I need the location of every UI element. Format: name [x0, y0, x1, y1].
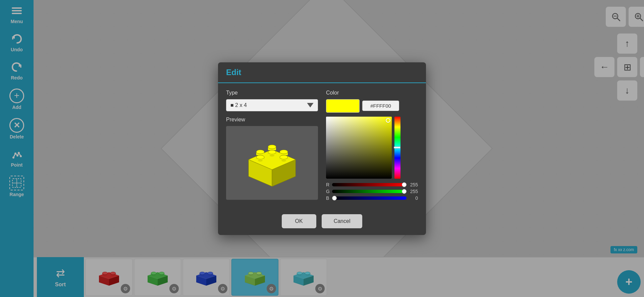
hue-cursor [394, 146, 400, 148]
color-swatch[interactable] [326, 99, 360, 113]
modal-header: Edit [218, 62, 426, 83]
color-preview-row [326, 99, 418, 113]
rgb-g-slider[interactable] [332, 190, 407, 193]
type-section-label: Type [226, 90, 318, 96]
hue-bar-wrapper[interactable] [394, 117, 400, 179]
rgb-g-value: 255 [409, 189, 418, 194]
ok-button[interactable]: OK [282, 214, 316, 228]
modal-left-section: Type ■ 2 x 4 Preview [226, 90, 318, 202]
rgb-b-label: B [326, 195, 330, 201]
color-picker-wrapper [326, 117, 418, 179]
rgb-r-value: 255 [409, 182, 418, 187]
modal-footer: OK Cancel [218, 209, 426, 235]
modal-right-section: Color [326, 90, 418, 202]
rgb-b-value: 0 [409, 195, 418, 201]
modal-title: Edit [226, 68, 241, 77]
color-gradient-picker[interactable] [326, 117, 392, 179]
rgb-sliders: R 255 G 255 B 0 [326, 182, 418, 201]
cancel-button[interactable]: Cancel [322, 214, 363, 228]
brick-3d-preview [238, 129, 306, 196]
dropdown-arrow-icon [307, 103, 314, 108]
modal-overlay: Edit Type ■ 2 x 4 Preview [0, 0, 644, 297]
color-gradient-bg [326, 117, 392, 179]
edit-modal: Edit Type ■ 2 x 4 Preview [218, 62, 426, 235]
brick-preview-area [226, 126, 318, 200]
rgb-r-slider[interactable] [332, 183, 407, 186]
svg-point-34 [280, 155, 288, 159]
svg-point-31 [268, 150, 276, 154]
type-dropdown-value: ■ 2 x 4 [230, 102, 247, 108]
rgb-r-label: R [326, 182, 330, 187]
rgb-b-row: B 0 [326, 195, 418, 201]
modal-body: Type ■ 2 x 4 Preview [218, 83, 426, 209]
type-dropdown[interactable]: ■ 2 x 4 [226, 99, 318, 111]
rgb-b-slider[interactable] [332, 196, 407, 200]
rgb-g-row: G 255 [326, 189, 418, 194]
rgb-g-label: G [326, 189, 330, 194]
color-section-label: Color [326, 90, 418, 96]
svg-point-28 [256, 155, 264, 159]
rgb-r-row: R 255 [326, 182, 418, 187]
svg-point-22 [268, 145, 276, 149]
preview-section-label: Preview [226, 117, 318, 123]
svg-point-25 [280, 150, 288, 154]
color-picker-cursor [386, 118, 390, 123]
svg-point-19 [256, 150, 264, 154]
color-hex-input[interactable] [362, 101, 399, 111]
